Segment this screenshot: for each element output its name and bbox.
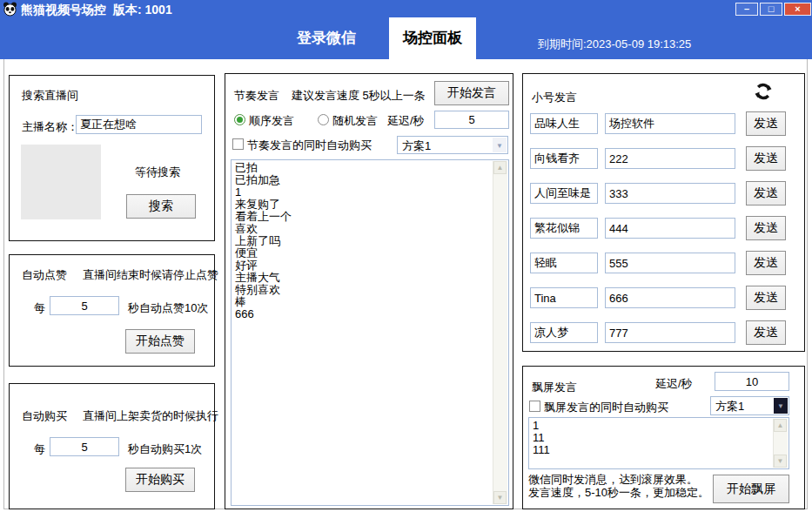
host-name-label: 主播名称： (22, 119, 78, 135)
app-window: 熊猫视频号场控 版本: 1001 – □ × 登录微信 场控面板 到期时间:20… (0, 0, 812, 512)
rhythm-speech-panel: 节奏发言 建议发言速度 5秒以上一条 开始发言 顺序发言 随机发言 延迟/秒 节… (225, 73, 513, 509)
send-button[interactable]: 发送 (746, 286, 786, 310)
auto-buy-title: 自动购买 (22, 408, 67, 424)
app-title: 熊猫视频号场控 (21, 3, 106, 18)
alt-name-input[interactable] (530, 287, 598, 308)
chevron-down-icon[interactable]: ▼ (774, 398, 788, 414)
scroll-up-icon[interactable]: ▲ (774, 419, 787, 432)
send-button[interactable]: 发送 (746, 146, 786, 171)
plan-selected-value: 方案1 (402, 138, 431, 154)
title-bar: 熊猫视频号场控 版本: 1001 – □ × 登录微信 场控面板 到期时间:20… (0, 0, 812, 59)
close-icon: × (795, 3, 800, 14)
maximize-button[interactable]: □ (760, 3, 782, 16)
every-label: 每 (34, 300, 45, 316)
rhythm-delay-input[interactable] (434, 111, 509, 129)
rhythm-scrollbar[interactable]: ▲ ▼ (493, 161, 507, 504)
auto-like-hint: 直播间结束时候请停止点赞 (83, 267, 218, 283)
auto-buy-while-speech-label[interactable]: 节奏发言的同时自动购买 (247, 138, 372, 153)
radio-random-label[interactable]: 随机发言 (332, 113, 378, 129)
host-name-input[interactable] (76, 115, 202, 134)
close-button[interactable]: × (784, 3, 811, 16)
send-button[interactable]: 发送 (746, 181, 786, 205)
radio-sequential-label[interactable]: 顺序发言 (249, 113, 294, 129)
send-button[interactable]: 发送 (746, 251, 786, 275)
rhythm-messages-area: 已拍 已拍加急 1 来复购了 看着上一个 喜欢 上新了吗 便宜 好评 主播大气 … (231, 159, 509, 506)
like-interval-input[interactable] (50, 296, 119, 315)
radio-random-speech[interactable] (318, 114, 329, 125)
buy-interval-suffix: 秒自动购买1次 (128, 441, 202, 457)
auto-buy-while-float-checkbox[interactable] (529, 401, 540, 412)
alt-name-input[interactable] (530, 113, 598, 134)
auto-like-panel: 自动点赞 直播间结束时候请停止点赞 每 秒自动点赞10次 开始点赞 (9, 254, 215, 367)
alt-message-input[interactable] (605, 287, 735, 308)
search-status-text: 等待搜索 (135, 165, 180, 180)
rhythm-messages-textarea[interactable]: 已拍 已拍加急 1 来复购了 看着上一个 喜欢 上新了吗 便宜 好评 主播大气 … (232, 160, 508, 505)
radio-sequential-speech[interactable] (234, 114, 245, 125)
like-interval-suffix: 秒自动点赞10次 (128, 300, 208, 316)
tab-control-panel[interactable]: 场控面板 (389, 17, 476, 59)
plan-select[interactable]: 方案1 ▼ (397, 136, 508, 154)
start-speech-button[interactable]: 开始发言 (434, 81, 509, 105)
float-messages-textarea[interactable]: 1 11 111 (529, 418, 789, 468)
auto-like-title: 自动点赞 (22, 267, 67, 283)
maximize-icon: □ (768, 3, 775, 14)
start-float-button[interactable]: 开始飘屏 (713, 475, 789, 503)
alt-message-input[interactable] (605, 253, 735, 273)
alt-name-input[interactable] (530, 253, 598, 273)
auto-buy-hint: 直播间上架卖货的时候执行 (83, 408, 218, 424)
refresh-accounts-icon[interactable] (753, 81, 774, 105)
live-room-thumbnail-placeholder (21, 145, 101, 219)
scroll-down-icon[interactable]: ▼ (774, 455, 787, 468)
alt-name-input[interactable] (530, 218, 598, 239)
start-buy-button[interactable]: 开始购买 (125, 468, 195, 492)
alt-message-input[interactable] (605, 183, 735, 204)
tab-login-wechat[interactable]: 登录微信 (261, 17, 392, 59)
auto-buy-while-speech-checkbox[interactable] (232, 138, 244, 150)
auto-buy-panel: 自动购买 直播间上架卖货的时候执行 每 秒自动购买1次 开始购买 (9, 383, 215, 509)
alt-panel-title: 小号发言 (532, 90, 577, 105)
start-like-button[interactable]: 开始点赞 (125, 329, 195, 354)
scroll-up-icon[interactable]: ▲ (493, 161, 507, 174)
expiry-time: 到期时间:2023-05-09 19:13:25 (538, 37, 691, 52)
float-note-line2: 发言速度，5-10秒一条，更加稳定。 (528, 485, 709, 501)
float-scrollbar[interactable]: ▲ ▼ (773, 419, 788, 468)
float-plan-selected-value: 方案1 (715, 399, 744, 414)
alt-name-input[interactable] (530, 322, 598, 343)
send-button[interactable]: 发送 (746, 216, 786, 240)
panda-logo-icon (3, 2, 17, 17)
send-button[interactable]: 发送 (746, 111, 786, 136)
float-screen-speech-panel: 飘屏发言 延迟/秒 飘屏发言的同时自动购买 方案1 ▼ 1 11 111 ▲ ▼… (522, 366, 805, 509)
app-version: 版本: 1001 (113, 3, 172, 18)
alt-name-input[interactable] (530, 148, 598, 169)
alt-message-input[interactable] (605, 218, 735, 239)
rhythm-speed-hint: 建议发言速度 5秒以上一条 (292, 88, 426, 104)
search-button[interactable]: 搜索 (126, 194, 196, 219)
alt-account-speech-panel: 小号发言 发送 发送 发送 发送 发送 发送 (522, 73, 805, 352)
auto-buy-while-float-label[interactable]: 飘屏发言的同时自动购买 (544, 400, 668, 415)
send-button[interactable]: 发送 (746, 320, 786, 345)
alt-message-input[interactable] (605, 322, 735, 343)
alt-name-input[interactable] (530, 183, 598, 204)
float-messages-area: 1 11 111 ▲ ▼ (528, 417, 789, 469)
search-live-room-panel: 搜索直播间 主播名称： 等待搜索 搜索 (9, 75, 215, 241)
chevron-down-icon[interactable]: ▼ (493, 138, 507, 152)
float-delay-label: 延迟/秒 (655, 376, 693, 392)
alt-message-input[interactable] (605, 148, 735, 169)
rhythm-title: 节奏发言 (234, 88, 279, 104)
scroll-down-icon[interactable]: ▼ (493, 491, 507, 504)
buy-interval-input[interactable] (50, 437, 119, 456)
minimize-button[interactable]: – (735, 3, 758, 16)
float-plan-select[interactable]: 方案1 ▼ (710, 396, 789, 415)
float-delay-input[interactable] (715, 372, 789, 391)
search-panel-title: 搜索直播间 (22, 88, 78, 104)
delay-seconds-label: 延迟/秒 (387, 113, 425, 129)
minimize-icon: – (744, 3, 749, 14)
every-label: 每 (34, 441, 45, 457)
float-panel-title: 飘屏发言 (532, 380, 577, 395)
alt-message-input[interactable] (605, 113, 735, 134)
